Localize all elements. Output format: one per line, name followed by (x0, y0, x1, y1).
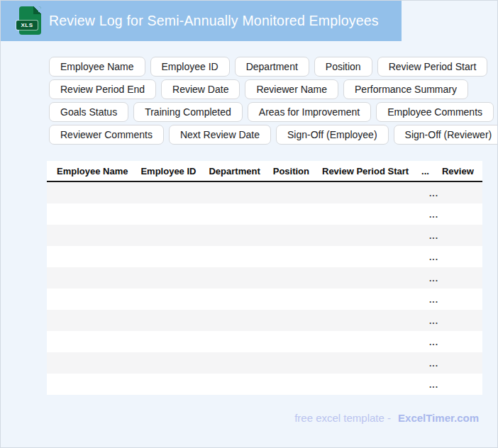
column-chip-reviewer-name[interactable]: Reviewer Name (245, 79, 338, 99)
row-ellipsis: ... (429, 310, 438, 332)
row-ellipsis: ... (429, 374, 438, 396)
table-row: ... (47, 246, 482, 267)
table-row: ... (47, 203, 482, 225)
table-row: ... (47, 374, 482, 395)
column-chip-position[interactable]: Position (314, 57, 372, 77)
row-ellipsis: ... (429, 268, 438, 289)
table-row: ... (47, 331, 482, 352)
column-chip-review-period-end[interactable]: Review Period End (49, 79, 156, 99)
column-chip-training-completed[interactable]: Training Completed (133, 102, 243, 122)
footer: free excel template -ExcelTimer.com (294, 412, 479, 424)
column-chip-sign-off-employee[interactable]: Sign-Off (Employee) (276, 125, 389, 145)
table-header-cell-department: Department (209, 166, 260, 177)
row-ellipsis: ... (429, 289, 438, 310)
table-row: ... (47, 310, 482, 331)
chip-row: Employee NameEmployee IDDepartmentPositi… (49, 57, 493, 77)
column-chip-review-period-start[interactable]: Review Period Start (377, 57, 488, 77)
row-ellipsis: ... (429, 332, 438, 353)
header-banner: XLS Review Log for Semi-Annually Monitor… (1, 1, 402, 41)
column-chip-performance-summary[interactable]: Performance Summary (343, 79, 468, 99)
table-header-cell-: ... (421, 166, 429, 177)
column-chip-employee-comments[interactable]: Employee Comments (376, 102, 494, 122)
column-chip-review-date[interactable]: Review Date (161, 79, 240, 99)
column-chip-employee-name[interactable]: Employee Name (49, 57, 145, 77)
chip-row: Review Period EndReview DateReviewer Nam… (49, 79, 493, 99)
table-header-cell-employee-name: Employee Name (57, 166, 128, 177)
table-row: ... (47, 182, 482, 203)
table-header-cell-review: Review (442, 166, 474, 177)
column-chip-goals-status[interactable]: Goals Status (49, 102, 128, 122)
chip-row: Goals StatusTraining CompletedAreas for … (49, 102, 493, 122)
chips-area: Employee NameEmployee IDDepartmentPositi… (49, 57, 493, 147)
row-ellipsis: ... (429, 183, 438, 204)
column-chip-sign-off-reviewer[interactable]: Sign-Off (Reviewer) (394, 125, 498, 145)
row-ellipsis: ... (429, 225, 438, 247)
table-header-row: Employee NameEmployee IDDepartmentPositi… (47, 161, 482, 182)
table-row: ... (47, 352, 482, 374)
column-chip-employee-id[interactable]: Employee ID (150, 57, 230, 77)
footer-label: free excel template - (294, 412, 391, 424)
column-chip-department[interactable]: Department (235, 57, 309, 77)
row-ellipsis: ... (429, 353, 438, 374)
row-ellipsis: ... (429, 204, 438, 225)
chip-row: Reviewer CommentsNext Review DateSign-Of… (49, 125, 493, 145)
table-row: ... (47, 267, 482, 289)
column-chip-reviewer-comments[interactable]: Reviewer Comments (49, 125, 164, 145)
column-chip-areas-for-improvement[interactable]: Areas for Improvement (248, 102, 371, 122)
table-row: ... (47, 225, 482, 246)
table-preview: Employee NameEmployee IDDepartmentPositi… (47, 161, 482, 395)
footer-brand-link[interactable]: ExcelTimer.com (398, 412, 479, 424)
table-header-cell-review-period-start: Review Period Start (322, 166, 409, 177)
row-ellipsis: ... (429, 247, 438, 268)
column-chip-next-review-date[interactable]: Next Review Date (169, 125, 271, 145)
table-body: .............................. (47, 182, 482, 395)
table-row: ... (47, 289, 482, 310)
xls-badge-label: XLS (16, 21, 38, 30)
table-header-cell-employee-id: Employee ID (140, 166, 196, 177)
xls-file-icon: XLS (19, 6, 41, 35)
table-header-cell-position: Position (273, 166, 309, 177)
page-title: Review Log for Semi-Annually Monitored E… (1, 13, 379, 29)
